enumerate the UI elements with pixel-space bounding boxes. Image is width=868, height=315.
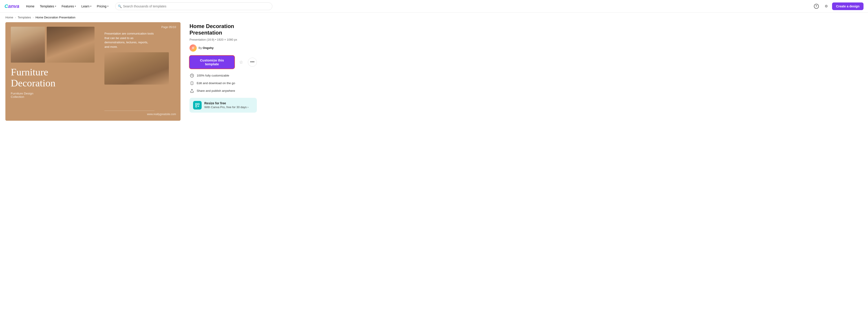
customizable-icon [189,73,194,78]
search-bar: 🔍 [115,2,272,10]
template-title: Home DecorationPresentation [189,23,257,36]
slide-subtitle-line2: Collection [11,95,24,99]
svg-rect-1 [191,82,193,84]
nav-learn[interactable]: Learn ▾ [79,3,94,9]
nav-pricing-label: Pricing [97,4,106,8]
feature-item-1: Edit and download on the go [189,81,257,86]
customize-button[interactable]: Customize this template [189,56,235,69]
pricing-chevron-icon: ▾ [107,5,108,7]
slide-right-column: Page 05/10 Presentation are communicatio… [100,22,181,121]
favorite-button[interactable]: ☆ [237,58,246,67]
nav-templates[interactable]: Templates ▾ [37,3,58,9]
author-text: By Ongshy [198,46,214,49]
learn-chevron-icon: ▾ [90,5,91,7]
feature-list: 100% fully customizable Edit and downloa… [189,73,257,93]
cta-label: Create a design [836,4,860,8]
resize-banner: Resize for free With Canva Pro, free for… [189,98,257,113]
slide-subtitle: Furniture Design Collection [11,92,95,99]
slide-preview: Furniture Decoration Furniture Design Co… [5,22,181,121]
nav-learn-label: Learn [81,4,89,8]
slide-title-line1: Furniture [11,67,95,78]
feature-item-2: Share and publish anywhere [189,89,257,93]
slide-subtitle-line1: Furniture Design [11,92,33,95]
settings-button[interactable]: ⚙ [822,2,830,10]
navbar: Canva Home Templates ▾ Features ▾ Learn … [0,0,868,12]
settings-icon: ⚙ [825,4,828,8]
slide-top-images [11,27,95,63]
feature-label-1: Edit and download on the go [197,81,235,85]
star-icon: ☆ [239,60,243,65]
resize-title: Resize for free [204,101,249,105]
search-input[interactable] [115,2,272,10]
author-by-label: By [198,46,202,49]
feature-label-2: Share and publish anywhere [197,89,235,93]
more-options-button[interactable]: ••• [248,58,257,67]
author-avatar: O [189,44,197,51]
feature-label-0: 100% fully customizable [197,74,229,77]
features-chevron-icon: ▾ [75,5,76,7]
help-icon: ? [814,4,819,9]
templates-chevron-icon: ▾ [55,5,56,7]
slide-left-column: Furniture Decoration Furniture Design Co… [5,22,100,121]
template-meta: Presentation (16:9) • 1920 × 1080 px [189,38,257,41]
svg-rect-5 [198,103,199,105]
breadcrumb: Home › Templates › Home Decoration Prese… [0,12,868,22]
nav-features-label: Features [62,4,74,8]
nav-home[interactable]: Home [24,3,37,9]
slide-page-number: Page 05/10 [104,25,176,29]
slide-title: Furniture Decoration [11,67,95,89]
more-icon: ••• [250,60,255,64]
share-icon [189,89,194,93]
feature-item-0: 100% fully customizable [189,73,257,78]
resize-link[interactable]: With Canva Pro, free for 30 days › [204,105,249,109]
person-image [11,27,45,63]
slide-image-chair [47,27,95,63]
slide-description: Presentation are communication tools tha… [104,31,154,49]
slide-image-person [11,27,45,63]
breadcrumb-home[interactable]: Home [5,16,13,19]
canva-logo[interactable]: Canva [4,3,19,9]
nav-templates-label: Templates [40,4,54,8]
nav-pricing[interactable]: Pricing ▾ [95,3,111,9]
mobile-icon [189,81,194,86]
create-design-button[interactable]: Create a design [832,2,864,10]
breadcrumb-sep-2: › [33,16,34,19]
main-content: Furniture Decoration Furniture Design Co… [0,22,868,130]
breadcrumb-templates[interactable]: Templates [18,16,31,19]
slide-title-line2: Decoration [11,78,95,89]
slide-website: www.reallygreatsite.com [104,113,176,116]
resize-icon [193,101,202,109]
slide-inner: Furniture Decoration Furniture Design Co… [5,22,181,121]
action-row: Customize this template ☆ ••• [189,56,257,69]
nav-home-label: Home [26,4,34,8]
breadcrumb-current: Home Decoration Presentation [35,16,75,19]
svg-rect-4 [195,103,197,105]
customize-label: Customize this template [200,58,224,66]
search-icon: 🔍 [118,4,122,8]
chair-image [47,27,95,63]
author-row: O By Ongshy [189,44,257,51]
help-button[interactable]: ? [812,2,820,10]
slide-image-flower [104,52,169,84]
author-name: Ongshy [203,46,214,49]
resize-text: Resize for free With Canva Pro, free for… [204,101,249,109]
preview-area: Furniture Decoration Furniture Design Co… [5,22,181,121]
svg-rect-6 [195,105,197,107]
nav-features[interactable]: Features ▾ [59,3,78,9]
nav-right: ? ⚙ Create a design [812,2,864,10]
breadcrumb-sep-1: › [15,16,16,19]
info-panel: Home DecorationPresentation Presentation… [189,22,257,113]
